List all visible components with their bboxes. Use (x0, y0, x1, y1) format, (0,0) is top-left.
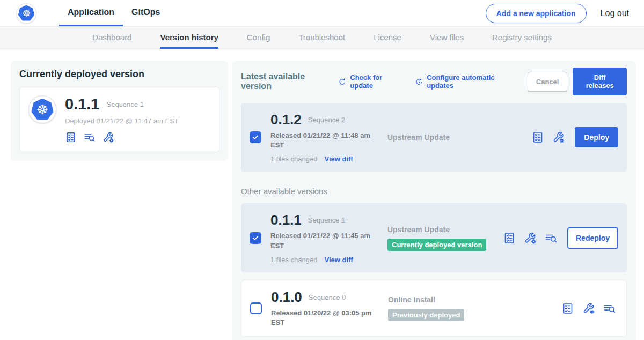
release-timestamp: Released 01/21/22 @ 11:45 am EST (270, 231, 378, 250)
release-card-0-1-1: 0.1.1 Sequence 1 Released 01/21/22 @ 11:… (241, 203, 627, 272)
subnav-tab-dashboard[interactable]: Dashboard (92, 27, 131, 49)
subnav-tab-version-history[interactable]: Version history (160, 27, 218, 49)
view-config-icon[interactable] (582, 302, 595, 315)
app-sub-nav: Dashboard Version history Config Trouble… (0, 27, 644, 49)
check-for-update-label: Check for update (350, 73, 401, 90)
release-sequence-label: Sequence 0 (309, 293, 346, 301)
kubernetes-app-icon: ☸ (31, 99, 54, 121)
release-sequence-label: Sequence 1 (308, 216, 345, 224)
add-new-application-button[interactable]: Add a new application (486, 4, 587, 23)
app-logo: ☸ (16, 3, 36, 24)
check-for-update-link[interactable]: Check for update (338, 73, 402, 90)
preflight-checks-icon[interactable] (503, 232, 516, 245)
release-actions (531, 131, 565, 144)
currently-deployed-title: Currently deployed version (19, 69, 219, 80)
version-history-page: Currently deployed version ☸ 0.1.1 Seque… (0, 49, 644, 340)
latest-version-header: Latest available version Check for updat… (241, 68, 627, 95)
view-diff-link[interactable]: View diff (324, 256, 353, 264)
currently-deployed-panel: Currently deployed version ☸ 0.1.1 Seque… (11, 61, 228, 161)
redeploy-button[interactable]: Redeploy (567, 227, 618, 249)
configure-auto-updates-label: Configure automatic updates (427, 73, 515, 90)
release-version-info: 0.1.2 Sequence 2 Released 01/21/22 @ 11:… (270, 112, 387, 163)
release-source-label: Online Install (388, 295, 561, 304)
release-source-info: Upstream Update (387, 133, 531, 142)
refresh-icon (338, 77, 346, 86)
release-version-info: 0.1.0 Sequence 0 Released 01/20/22 @ 03:… (271, 289, 388, 328)
edit-config-icon[interactable] (552, 131, 565, 144)
release-source-label: Upstream Update (387, 225, 503, 234)
deployed-version-details: 0.1.1 Sequence 1 Deployed 01/21/22 @ 11:… (65, 95, 179, 143)
release-version-info: 0.1.1 Sequence 1 Released 01/21/22 @ 11:… (270, 212, 387, 263)
previously-deployed-badge: Previously deployed (388, 309, 464, 321)
release-actions (561, 302, 616, 315)
edit-config-icon[interactable] (524, 232, 537, 245)
preflight-checks-icon[interactable] (531, 131, 544, 144)
checkmark-icon (252, 234, 259, 242)
subnav-tab-config[interactable]: Config (247, 27, 270, 49)
release-timestamp: Released 01/20/22 @ 03:05 pm EST (271, 308, 378, 328)
release-checkbox[interactable] (250, 232, 261, 244)
release-source-info: Upstream Update Currently deployed versi… (387, 225, 503, 251)
tab-gitops[interactable]: GitOps (123, 0, 169, 26)
edit-config-icon[interactable] (103, 131, 114, 143)
release-card-0-1-0: 0.1.0 Sequence 0 Released 01/20/22 @ 03:… (241, 280, 627, 337)
diff-releases-button[interactable]: Diff releases (573, 68, 627, 95)
release-source-label: Upstream Update (387, 133, 531, 142)
deployed-version-card: ☸ 0.1.1 Sequence 1 Deployed 01/21/22 @ 1… (19, 87, 219, 152)
view-logs-icon[interactable] (545, 232, 558, 245)
files-changed-label: 1 files changed (270, 256, 317, 264)
configure-auto-updates-link[interactable]: Configure automatic updates (415, 73, 515, 90)
kubernetes-logo-icon: ☸ (18, 5, 35, 21)
release-version-number: 0.1.1 (270, 212, 302, 228)
app-icon-badge: ☸ (28, 95, 56, 123)
release-sequence-label: Sequence 2 (308, 116, 345, 124)
currently-deployed-badge: Currently deployed version (387, 239, 486, 251)
view-logs-icon[interactable] (84, 131, 96, 143)
subnav-tab-license[interactable]: License (374, 27, 401, 49)
files-changed-label: 1 files changed (270, 155, 317, 163)
tab-application[interactable]: Application (59, 0, 123, 26)
release-card-0-1-2: 0.1.2 Sequence 2 Released 01/21/22 @ 11:… (241, 103, 627, 172)
logout-link[interactable]: Log out (601, 9, 629, 18)
subnav-tab-troubleshoot[interactable]: Troubleshoot (298, 27, 345, 49)
cancel-button[interactable]: Cancel (528, 72, 568, 92)
release-checkbox[interactable] (250, 302, 262, 314)
deployed-version-actions (65, 131, 179, 143)
latest-version-title: Latest available version (241, 72, 330, 91)
subnav-tab-view-files[interactable]: View files (430, 27, 464, 49)
preflight-checks-icon[interactable] (561, 302, 574, 315)
top-nav-bar: ☸ Application GitOps Add a new applicati… (0, 0, 644, 27)
deployed-version-number: 0.1.1 (65, 95, 100, 113)
topbar-right: Add a new application Log out (486, 4, 629, 23)
preflight-checks-icon[interactable] (65, 131, 77, 143)
release-version-number: 0.1.0 (271, 289, 302, 306)
release-version-number: 0.1.2 (270, 112, 302, 128)
release-timestamp: Released 01/21/22 @ 11:48 am EST (270, 131, 378, 150)
deployed-sequence-label: Sequence 1 (107, 100, 144, 108)
top-tabs: Application GitOps (59, 0, 169, 26)
deployed-timestamp: Deployed 01/21/22 @ 11:47 am EST (65, 117, 179, 125)
other-versions-title: Other available versions (241, 187, 627, 196)
view-diff-link[interactable]: View diff (324, 155, 353, 163)
release-checkbox[interactable] (250, 131, 261, 143)
release-source-info: Online Install Previously deployed (388, 295, 561, 321)
deploy-button[interactable]: Deploy (575, 127, 618, 147)
view-logs-icon[interactable] (603, 302, 616, 315)
checkmark-icon (252, 134, 259, 141)
available-versions-panel: Latest available version Check for updat… (232, 61, 636, 340)
release-actions (503, 232, 558, 245)
subnav-tab-registry-settings[interactable]: Registry settings (492, 27, 552, 49)
auto-update-icon (415, 77, 423, 86)
